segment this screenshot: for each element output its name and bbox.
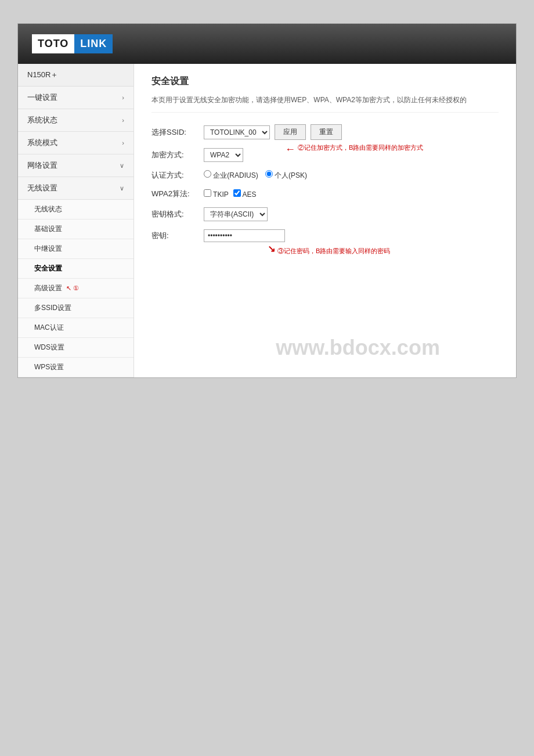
form-row-ssid: 选择SSID: TOTOLINK_00 应用 重置 xyxy=(151,124,499,140)
auth-radius-radio[interactable] xyxy=(204,170,211,178)
algo-label: WPA2算法: xyxy=(151,189,204,199)
nav-label-sysmode: 系统模式 xyxy=(27,138,57,148)
arrow-quickset: › xyxy=(122,94,124,101)
arrow-sysstat: › xyxy=(122,117,124,124)
auth-radius-label[interactable]: 企业(RADIUS) xyxy=(204,170,258,181)
form-row-keyformat: 密钥格式: 字符串(ASCII) xyxy=(151,207,499,221)
algo-checkbox-group: TKIP AES xyxy=(204,189,256,199)
form-row-password: 密钥: ↘ ③记住密码，B路由需要输入同样的密码 xyxy=(151,229,499,242)
nav-sub-advset[interactable]: 高级设置 ↖ ① xyxy=(18,279,134,298)
ann3-label: ③记住密码，B路由需要输入同样的密码 xyxy=(277,247,390,254)
auth-label: 认证方式: xyxy=(151,170,204,181)
algo-tkip-checkbox[interactable] xyxy=(204,189,211,197)
keyformat-select[interactable]: 字符串(ASCII) xyxy=(204,207,268,221)
nav-item-sysstat[interactable]: 系统状态 › xyxy=(18,109,134,132)
nav-sub-wds[interactable]: WDS设置 xyxy=(18,338,134,358)
nav-label-wireless: 无线设置 xyxy=(27,183,57,193)
algo-tkip-label[interactable]: TKIP xyxy=(204,189,229,199)
encrypt-select[interactable]: WPA2 xyxy=(204,148,243,162)
nav-item-quickset[interactable]: 一键设置 › xyxy=(18,87,134,109)
auth-radio-group: 企业(RADIUS) 个人(PSK) xyxy=(204,170,307,181)
auth-psk-label[interactable]: 个人(PSK) xyxy=(265,170,307,181)
form-row-encrypt: 加密方式: WPA2 ← ②记住加密方式，B路由需要同样的加密方式 xyxy=(151,148,499,162)
keyformat-controls: 字符串(ASCII) xyxy=(204,207,268,221)
nav-sub-relayset[interactable]: 中继设置 xyxy=(18,239,134,259)
nav-item-sysmode[interactable]: 系统模式 › xyxy=(18,132,134,154)
arrow-netset: ∨ xyxy=(120,162,124,170)
nav-item-wireless[interactable]: 无线设置 ∨ xyxy=(18,177,134,200)
main-content: 安全设置 本页用于设置无线安全加密功能，请选择使用WEP、WPA、WPA2等加密… xyxy=(134,64,516,377)
encrypt-controls: WPA2 xyxy=(204,148,243,162)
arrow-sysmode: › xyxy=(122,139,124,146)
nav-label-sysstat: 系统状态 xyxy=(27,115,57,125)
nav-sub-secset[interactable]: 安全设置 xyxy=(18,259,134,279)
page-wrapper: TOTO LINK N150R＋ 一键设置 › 系统状态 › 系统模式 › xyxy=(17,23,517,378)
ssid-select[interactable]: TOTOLINK_00 xyxy=(204,125,270,139)
ann1-label: ① xyxy=(73,285,79,291)
nav-sub-basicset[interactable]: 基础设置 xyxy=(18,219,134,239)
device-title: N150R＋ xyxy=(18,64,134,87)
apply-button[interactable]: 应用 xyxy=(275,124,306,140)
encrypt-label: 加密方式: xyxy=(151,150,204,160)
annotation-3: ↘ ③记住密码，B路由需要输入同样的密码 xyxy=(268,240,390,255)
algo-aes-checkbox[interactable] xyxy=(233,189,241,197)
nav-sub-multissid[interactable]: 多SSID设置 xyxy=(18,298,134,318)
arrow-wireless: ∨ xyxy=(120,185,124,192)
keyformat-label: 密钥格式: xyxy=(151,209,204,219)
nav-sub-wps[interactable]: WPS设置 xyxy=(18,358,134,377)
nav-label-quickset: 一键设置 xyxy=(27,92,57,103)
reset-button[interactable]: 重置 xyxy=(311,124,342,140)
nav-label-netset: 网络设置 xyxy=(27,160,57,171)
nav-sub-macauth[interactable]: MAC认证 xyxy=(18,318,134,338)
header: TOTO LINK xyxy=(18,24,516,64)
logo-link: LINK xyxy=(74,34,113,53)
ssid-controls: TOTOLINK_00 应用 重置 xyxy=(204,124,342,140)
watermark: www.bdocx.com xyxy=(276,336,440,360)
ann2-label: ②记住加密方式，B路由需要同样的加密方式 xyxy=(298,144,423,151)
algo-aes-label[interactable]: AES xyxy=(233,189,257,199)
sidebar: N150R＋ 一键设置 › 系统状态 › 系统模式 › 网络设置 ∨ xyxy=(18,64,134,377)
nav-item-netset[interactable]: 网络设置 ∨ xyxy=(18,154,134,177)
logo: TOTO LINK xyxy=(32,34,113,53)
page-desc: 本页用于设置无线安全加密功能，请选择使用WEP、WPA、WPA2等加密方式，以防… xyxy=(151,95,499,113)
password-label: 密钥: xyxy=(151,231,204,241)
form-row-algo: WPA2算法: TKIP AES xyxy=(151,189,499,199)
logo-toto: TOTO xyxy=(32,34,74,53)
nav-sub-wifistat[interactable]: 无线状态 xyxy=(18,200,134,219)
content-area: N150R＋ 一键设置 › 系统状态 › 系统模式 › 网络设置 ∨ xyxy=(18,64,516,377)
page-title: 安全设置 xyxy=(151,75,499,88)
annotation-2: ← ②记住加密方式，B路由需要同样的加密方式 xyxy=(285,143,423,156)
ssid-label: 选择SSID: xyxy=(151,127,204,138)
form-row-auth: 认证方式: 企业(RADIUS) 个人(PSK) xyxy=(151,170,499,181)
auth-psk-radio[interactable] xyxy=(265,170,273,178)
